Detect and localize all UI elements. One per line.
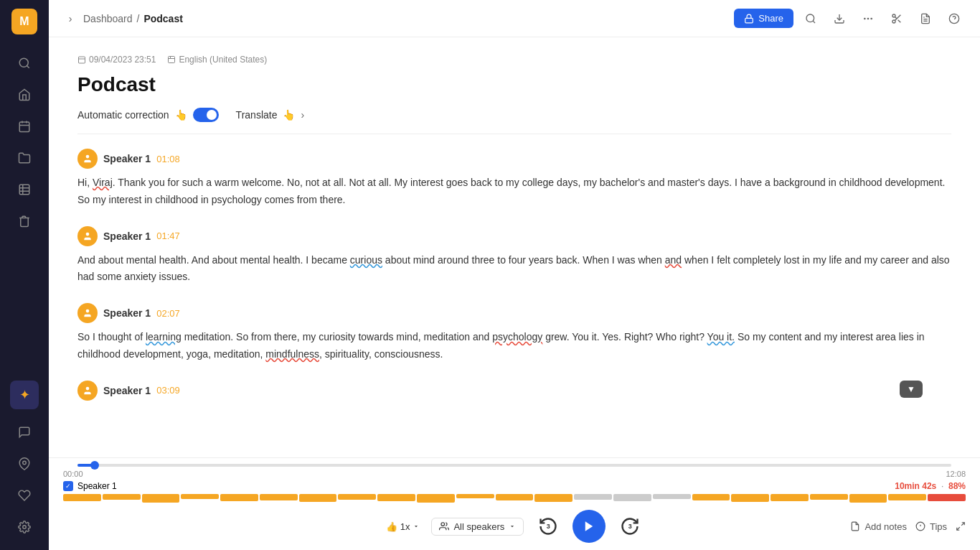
right-controls: Add notes Tips [850,521,966,532]
collapse-sidebar-button[interactable]: › [63,11,77,26]
audio-bar [613,494,651,501]
translate-emoji: 👆 [283,109,295,121]
document-meta: 09/04/2023 23:51 English (United States) [77,55,951,65]
audio-bar [260,494,298,500]
speaker-time-3: 02:07 [156,308,180,319]
rewind-button[interactable]: 3 [535,513,561,539]
audio-bar [534,494,573,502]
svg-rect-11 [745,18,753,22]
sidebar-search[interactable] [10,49,39,78]
breadcrumb-current: Podcast [143,13,182,24]
ai-button[interactable]: ✦ [10,381,39,409]
rewind-seconds: 3 [547,523,550,530]
tips-button[interactable]: Tips [915,521,947,532]
forward-button[interactable]: 3 [617,513,643,539]
speed-button[interactable]: 👍 1x [386,521,420,532]
transcript-text-3[interactable]: So I thought of learning meditation. So … [77,329,951,363]
speed-icon: 👍 [386,521,397,532]
audio-bar [888,494,926,500]
document-date: 09/04/2023 23:51 [89,55,156,65]
player-area: 00:00 12:08 ✓ Speaker 1 10min 42s · 88% [49,457,980,550]
svg-rect-28 [169,57,175,63]
tips-label: Tips [930,521,947,532]
svg-line-20 [898,19,901,22]
download-button[interactable] [828,7,851,30]
translate-label: Translate [236,109,278,121]
speaker-name-4: Speaker 1 [103,385,151,396]
help-button[interactable] [943,7,966,30]
speaker-row-1: Speaker 1 01:08 [77,149,951,169]
forward-seconds: 3 [628,523,632,530]
svg-line-21 [895,17,897,19]
svg-marker-36 [585,521,593,531]
svg-point-17 [892,14,895,17]
svg-rect-1 [19,122,29,132]
add-notes-button[interactable]: Add notes [850,521,907,532]
speaker-time-4: 03:09 [156,385,180,396]
speaker-track: ✓ Speaker 1 10min 42s · 88% [49,478,980,494]
all-speakers-button[interactable]: All speakers [431,518,524,536]
search-topbar-button[interactable] [799,7,822,30]
sidebar-trash[interactable] [10,207,39,236]
audio-bar [810,494,848,500]
speaker-track-name: Speaker 1 [77,481,117,491]
svg-line-40 [961,523,964,526]
auto-correction-toggle[interactable] [193,108,219,122]
audio-bars [49,494,980,503]
translate-item[interactable]: Translate 👆 › [236,109,305,121]
speaker-avatar-1 [77,149,98,169]
share-button-label: Share [758,13,783,24]
document-content: 09/04/2023 23:51 English (United States)… [49,37,980,457]
audio-bar [181,494,219,499]
audio-bar [849,494,887,503]
date-meta: 09/04/2023 23:51 [77,55,156,65]
speaker-checkbox[interactable]: ✓ [63,481,73,491]
scissors-button[interactable] [885,7,908,30]
dropdown-arrow[interactable]: ▼ [900,381,923,398]
notes-topbar-button[interactable] [914,7,937,30]
sidebar-plugin[interactable] [10,481,39,510]
svg-point-31 [86,155,90,159]
breadcrumb-dashboard[interactable]: Dashboard [83,13,133,24]
progress-track[interactable] [77,464,951,467]
speaker-name-1: Speaker 1 [103,153,151,164]
audio-bar [771,494,809,501]
speaker-row-3: Speaker 1 02:07 [77,303,951,323]
play-button[interactable] [573,510,606,543]
topbar-actions: Share [734,7,966,30]
sidebar-table[interactable] [10,175,39,204]
topbar: › Dashboard / Podcast Share [49,0,980,37]
sidebar-chat[interactable] [10,418,39,447]
speaker-avatar-3 [77,303,98,323]
sidebar-settings[interactable] [10,513,39,541]
share-button[interactable]: Share [734,9,793,28]
auto-correction-item: Automatic correction 👆 [77,108,219,122]
speaker-track-left: ✓ Speaker 1 [63,481,117,491]
transcript-text-2[interactable]: And about mental health. And about menta… [77,252,951,286]
audio-bar [142,494,180,503]
svg-point-16 [870,17,872,19]
add-notes-label: Add notes [864,521,907,532]
sidebar-home[interactable] [10,80,39,109]
fullscreen-button[interactable] [956,521,966,531]
more-options-button[interactable] [857,7,880,30]
speaker-row-4: Speaker 1 03:09 ▼ [77,381,951,401]
sidebar-calendar[interactable] [10,112,39,141]
audio-bar [731,494,769,502]
audio-bar [417,494,455,503]
avatar[interactable]: M [11,9,37,34]
audio-bar [103,494,141,500]
audio-bar [338,494,376,500]
transcript-text-1[interactable]: Hi, Viraj. Thank you for such a warm wel… [77,174,951,209]
translate-chevron-icon: › [301,109,304,121]
sidebar: M ✦ [0,0,49,550]
svg-point-18 [892,20,895,23]
audio-bar [63,494,101,501]
toolbar-row: Automatic correction 👆 Translate 👆 › [77,108,951,134]
transcript-entry-4: Speaker 1 03:09 ▼ [77,381,951,401]
time-labels: 00:00 12:08 [49,467,980,478]
speaker-duration: 10min 42s [895,481,936,491]
sidebar-location[interactable] [10,449,39,478]
sidebar-folder[interactable] [10,144,39,172]
audio-bar [574,494,612,500]
